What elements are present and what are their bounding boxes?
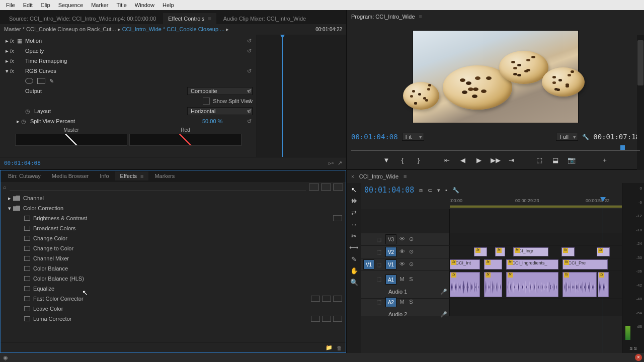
timeline-timecode[interactable]: 00:01:04:08 [364,186,414,195]
export-icon[interactable]: ↗ [338,160,342,166]
play-only-icon[interactable]: ▹▫ [329,160,334,166]
video-clip[interactable]: fxCCI_Ingr [513,247,548,256]
stopwatch-icon[interactable]: ◷ [25,108,32,115]
menu-clip[interactable]: Clip [37,1,54,9]
audio-clip[interactable]: fx [562,272,597,297]
effect-channel-mixer[interactable]: Channel Mixer [0,253,346,263]
track-v1-lane[interactable]: fx CCI_Intfx fx CCI_Ingredients_fx CCI_P… [450,258,644,270]
param-opacity[interactable]: Opacity [25,48,253,54]
twisty-icon[interactable]: ▸ [4,38,10,44]
effect-fast-color-corrector[interactable]: Fast Color Corrector [0,294,346,304]
solo-button[interactable]: S [408,299,415,306]
tab-effects[interactable]: Effects ≡ [115,171,149,180]
fx-badge-icon[interactable]: fx [10,38,17,44]
audio-clip[interactable]: fx [450,272,480,297]
track-v2-lane[interactable]: fxfxfxCCI_Ingrfxfx [450,246,644,258]
effect-brightness-contrast[interactable]: Brightness & Contrast [0,213,346,223]
tab-media-browser[interactable]: Media Browser [47,171,94,180]
stopwatch-icon[interactable]: ◷ [21,118,28,125]
source-patch-v1[interactable]: V1 [363,259,374,269]
mute-button[interactable]: M [398,299,406,306]
mute-button[interactable]: M [398,276,406,283]
panel-menu-icon[interactable]: ≡ [404,173,407,179]
go-to-in-icon[interactable]: ⇤ [442,156,451,164]
audio-clip[interactable]: fx [598,272,609,297]
track-target-v1[interactable]: V1 [385,259,396,269]
mask-ellipse-icon[interactable] [25,78,33,84]
sync-lock-icon[interactable]: ⊙ [408,236,415,243]
go-to-out-icon[interactable]: ⇥ [507,156,516,164]
toggle-output-icon[interactable]: 👁 [398,248,406,255]
timeline-playhead[interactable] [603,197,603,353]
lock-icon[interactable]: ⬚ [376,299,383,305]
marker-icon[interactable]: ▪ [445,187,447,194]
reset-icon[interactable]: ↺ [247,38,252,44]
panel-menu-icon[interactable]: ≡ [419,14,422,20]
video-clip[interactable]: fx CCI_Pre [562,259,608,269]
reset-icon[interactable]: ↺ [247,68,252,74]
menu-sequence[interactable]: Sequence [54,1,88,9]
voice-over-icon[interactable]: 🎤 [440,311,447,318]
solo-button[interactable]: S [408,276,415,283]
lock-icon[interactable]: ⬚ [376,276,383,283]
accel-badge-icon[interactable] [321,184,331,191]
effects-search-input[interactable] [10,184,306,191]
video-clip[interactable]: fx [484,259,502,269]
selection-tool-icon[interactable]: ↖ [351,186,357,194]
tab-markers[interactable]: Markers [149,171,180,180]
audio-clip[interactable]: fx [484,272,502,297]
output-dropdown[interactable]: Composite [187,87,253,95]
pen-tool-icon[interactable]: ✎ [351,255,357,263]
play-icon[interactable]: ▶ [474,156,484,164]
toggle-output-icon[interactable]: 👁 [398,261,406,268]
lift-icon[interactable]: ⬚ [535,156,544,164]
sync-lock-icon[interactable]: ⊙ [408,261,415,268]
audio-clip[interactable]: fx [506,272,558,297]
effect-broadcast-colors[interactable]: Broadcast Colors [0,223,346,233]
sequence-name[interactable]: CCI_Intro_Wide [359,173,398,179]
wrench-icon[interactable]: 🔧 [582,134,589,140]
reset-icon[interactable]: ↺ [247,108,252,115]
track-target-a2[interactable]: A2 [385,297,396,307]
fx-badge-icon[interactable]: fx [10,48,17,54]
twisty-icon[interactable]: ▾ [6,205,13,212]
effect-change-color[interactable]: Change Color [0,233,346,243]
curve-master-graph[interactable] [15,134,127,146]
menu-help[interactable]: Help [158,1,178,9]
sync-lock-icon[interactable]: ⊙ [408,248,415,255]
mask-pen-icon[interactable]: ✎ [49,78,57,84]
twisty-icon[interactable]: ▸ [6,195,13,202]
tab-effect-controls[interactable]: Effect Controls ≡ [163,13,216,24]
mark-in-icon[interactable]: { [398,156,407,164]
settings-icon[interactable]: 🔧 [452,187,459,194]
twisty-icon[interactable]: ▸ [4,48,10,54]
tab-source[interactable]: Source: CCI_Intro_Wide: CCI_Intro_Wide.m… [4,13,161,24]
track-select-tool-icon[interactable]: ⯮ [351,198,357,205]
linked-selection-icon[interactable]: ⊂ [428,187,432,194]
video-clip[interactable]: fx CCI_Int [450,259,480,269]
hand-tool-icon[interactable]: ✋ [350,267,358,275]
trash-icon[interactable]: 🗑 [337,345,342,351]
track-target-a1[interactable]: A1 [385,275,396,285]
fx-badge-icon[interactable]: fx [10,58,17,64]
param-motion[interactable]: Motion [25,38,253,44]
slip-tool-icon[interactable]: ⟷ [349,244,359,251]
track-a1-lane[interactable]: fxfxfxfxfx [450,271,644,298]
track-target-v3[interactable]: V3 [385,234,396,244]
program-current-timecode[interactable]: 00:01:04:08 [351,133,398,141]
reset-icon[interactable]: ↺ [247,88,252,95]
new-bin-icon[interactable]: 📁 [326,344,333,351]
folder-channel[interactable]: ▸ Channel [0,193,346,203]
panel-menu-icon[interactable]: ≡ [140,173,143,179]
reset-icon[interactable]: ↺ [247,98,252,105]
accel-badge-icon[interactable] [309,184,319,191]
quality-dropdown[interactable]: Full [556,133,578,141]
mark-out-icon[interactable]: } [414,156,423,164]
tab-audio-mixer[interactable]: Audio Clip Mixer: CCI_Intro_Wide [218,13,311,24]
step-forward-icon[interactable]: ▶▶ [491,156,500,164]
split-percent-value[interactable]: 50.00 % [202,118,253,124]
twisty-icon[interactable]: ▾ [4,68,10,74]
program-scrubber[interactable] [351,144,640,151]
layout-dropdown[interactable]: Horizontal [187,107,253,115]
twisty-icon[interactable]: ▸ [15,118,21,125]
